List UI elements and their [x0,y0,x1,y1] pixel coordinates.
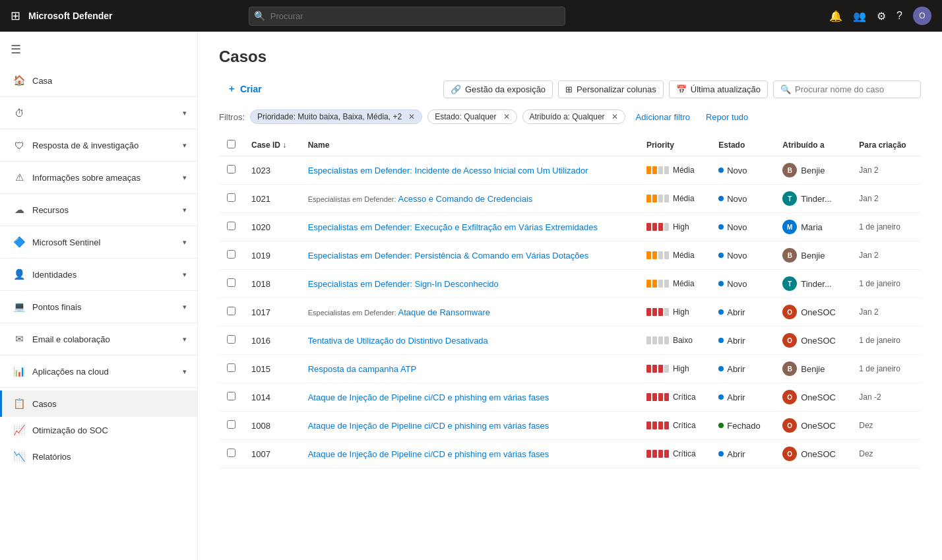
case-id-cell: 1021 [243,185,300,213]
row-checkbox[interactable] [227,250,236,259]
sidebar-item-relatorios[interactable]: 📉 Relatórios [0,443,197,470]
assignee-avatar: T [782,191,797,206]
table-row: 1016 Tentativa de Utilização do Distinti… [219,327,921,355]
sidebar-item-identidades[interactable]: 👤 Identidades ▾ [0,261,197,288]
row-checkbox[interactable] [227,420,236,429]
chevron-down-icon: ▾ [183,206,187,214]
case-name[interactable]: Ataque de Injeção de Pipeline ci/CD e ph… [308,449,550,459]
sidebar-item-label: Email e colaboração [32,334,110,344]
case-priority-cell: Crítica [639,383,710,412]
chevron-down-icon: ▾ [183,270,187,279]
table-row: 1018 Especialistas em Defender: Sign-In … [219,270,921,298]
assignee-name: Benjie [801,166,825,175]
select-all-header[interactable] [219,135,243,156]
exposure-button[interactable]: 🔗 Gestão da exposição [443,80,553,98]
priority-label: Média [673,251,695,260]
case-priority-cell: High [639,298,710,327]
case-name[interactable]: Especialistas em Defender: Execução e Ex… [308,222,598,232]
case-date-cell: Jan 2 [851,156,921,185]
row-checkbox[interactable] [227,363,236,372]
reset-all-button[interactable]: Repor tudo [701,110,753,124]
case-name-cell: Especialistas em Defender: Execução e Ex… [300,213,639,241]
notification-icon[interactable]: 🔔 [829,10,842,22]
case-id-cell: 1020 [243,213,300,241]
col-date[interactable]: Para criação [851,135,921,156]
case-search-input[interactable] [795,84,914,94]
case-date-cell: 1 de janeiro [851,355,921,383]
row-checkbox[interactable] [227,222,236,230]
grid-icon[interactable]: ⊞ [11,9,20,23]
case-status-cell: Novo [710,156,774,185]
sidebar-item-soc[interactable]: 📈 Otimização do SOC [0,417,197,443]
topbar-search-input[interactable] [249,7,565,26]
case-priority-cell: Média [639,156,710,185]
sidebar-item-casa[interactable]: 🏠 Casa [0,67,197,94]
status-dot [718,196,724,201]
case-name[interactable]: Resposta da campanha ATP [308,364,417,374]
row-checkbox[interactable] [227,449,236,457]
case-name[interactable]: Acesso e Comando de Credenciais [398,194,533,204]
sidebar-item-pontos[interactable]: 💻 Pontos finais ▾ [0,294,197,320]
people-icon[interactable]: 👥 [853,10,866,22]
col-priority[interactable]: Priority [639,135,710,156]
sidebar-item-sentinel[interactable]: 🔷 Microsoft Sentinel ▾ [0,229,197,255]
table-row: 1021 Especialistas em Defender: Acesso e… [219,185,921,213]
row-checkbox[interactable] [227,193,236,202]
case-name[interactable]: Ataque de Injeção de Pipeline ci/CD e ph… [308,421,550,431]
add-filter-button[interactable]: Adicionar filtro [631,110,695,124]
case-name[interactable]: Ataque de Ransomware [398,307,490,317]
sidebar-item-recursos[interactable]: ☁ Recursos ▾ [0,197,197,223]
col-caseid[interactable]: Case ID ↓ [243,135,300,156]
sidebar-item-cloud[interactable]: 📊 Aplicações na cloud ▾ [0,358,197,385]
col-name[interactable]: Name [300,135,639,156]
status-dot [718,338,724,343]
filter-chip-atribuido-remove[interactable]: ✕ [612,112,618,121]
col-estado[interactable]: Estado [710,135,774,156]
filter-chip-priority-remove[interactable]: ✕ [408,112,415,121]
name-prefix: Especialistas em Defender: [308,195,396,203]
assignee-name: OneSOC [801,336,836,346]
settings-icon[interactable]: ⚙ [877,10,886,22]
row-checkbox[interactable] [227,335,236,344]
case-name[interactable]: Especialistas em Defender: Sign-In Desco… [308,279,499,289]
sidebar-item-email[interactable]: ✉ Email e colaboração ▾ [0,326,197,352]
avatar[interactable]: O [913,7,931,25]
search-case-icon: 🔍 [780,84,791,94]
row-checkbox[interactable] [227,165,236,173]
row-checkbox[interactable] [227,307,236,315]
sidebar-toggle[interactable]: ☰ [0,32,197,67]
sidebar-item-incidents[interactable]: ⏱ ▾ [0,100,197,126]
update-button[interactable]: 📅 Última atualização [669,80,768,98]
case-status-cell: Abrir [710,383,774,412]
filter-chip-estado[interactable]: Estado: Qualquer ✕ [427,109,517,124]
status-label: Fechado [727,421,761,431]
row-checkbox[interactable] [227,278,236,287]
sidebar-item-label: Resposta de & investigação [32,140,139,150]
sidebar-item-label: Identidades [32,270,77,280]
case-name[interactable]: Tentativa de Utilização do Distintivo De… [308,336,488,346]
case-status-cell: Abrir [710,440,774,468]
create-button[interactable]: ＋ Criar [219,79,270,99]
sidebar-item-resposta[interactable]: 🛡 Resposta de & investigação ▾ [0,132,197,158]
columns-button[interactable]: ⊞ Personalizar colunas [558,80,664,98]
status-dot [718,253,724,258]
chevron-down-icon: ▾ [183,141,187,150]
sidebar-item-casos[interactable]: 📋 Casos [0,390,197,417]
filter-chip-atribuido[interactable]: Atribuído a: Qualquer ✕ [522,109,625,124]
filter-chip-estado-remove[interactable]: ✕ [503,112,510,121]
sidebar-item-label: Aplicações na cloud [32,367,109,377]
help-icon[interactable]: ? [896,10,902,22]
case-name[interactable]: Ataque de Injeção de Pipeline ci/CD e ph… [308,392,550,402]
filter-chip-priority[interactable]: Prioridade: Muito baixa, Baixa, Média, +… [250,109,422,124]
case-name[interactable]: Especialistas em Defender: Incidente de … [308,166,588,175]
priority-label: High [673,307,689,317]
table-row: 1008 Ataque de Injeção de Pipeline ci/CD… [219,412,921,440]
status-label: Abrir [727,449,745,459]
case-name[interactable]: Especialistas em Defender: Persistência … [308,251,589,261]
sidebar-item-ameacas[interactable]: ⚠ Informações sobre ameaças ▾ [0,164,197,191]
col-assignee[interactable]: Atribuído a [774,135,851,156]
case-assignee-cell: M Maria [774,213,851,241]
row-checkbox-cell [219,270,243,298]
select-all-checkbox[interactable] [227,140,236,148]
row-checkbox[interactable] [227,392,236,400]
